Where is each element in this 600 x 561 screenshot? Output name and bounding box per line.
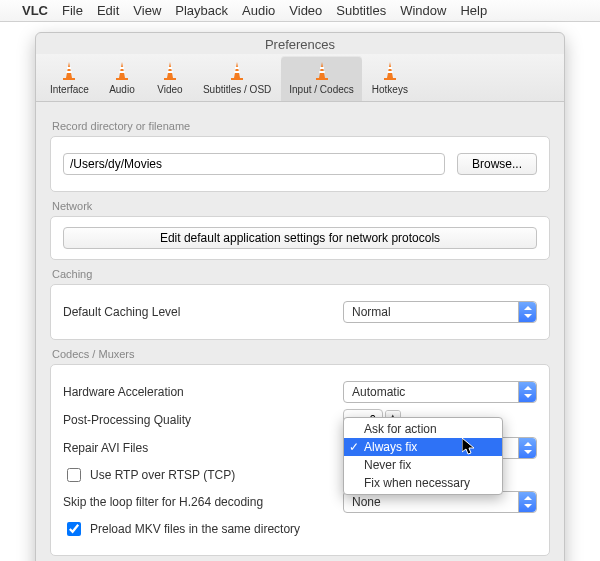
tab-label: Audio — [109, 84, 135, 95]
tab-label: Hotkeys — [372, 84, 408, 95]
svg-marker-16 — [319, 62, 325, 78]
record-panel: Browse... — [50, 136, 550, 192]
tab-audio[interactable]: Audio — [99, 56, 145, 101]
tab-label: Video — [157, 84, 182, 95]
tab-label: Interface — [50, 84, 89, 95]
svg-marker-31 — [524, 496, 532, 500]
svg-rect-1 — [67, 67, 71, 69]
vlc-cone-icon — [226, 60, 248, 82]
repair-avi-label: Repair AVI Files — [63, 441, 343, 455]
menu-video[interactable]: Video — [289, 3, 322, 18]
svg-marker-0 — [66, 62, 72, 78]
svg-rect-23 — [384, 78, 396, 80]
network-panel: Edit default application settings for ne… — [50, 216, 550, 260]
vlc-cone-icon — [311, 60, 333, 82]
group-label-record: Record directory or filename — [52, 120, 550, 132]
chevron-updown-icon — [518, 492, 536, 512]
repair-option-ask[interactable]: Ask for action — [344, 420, 502, 438]
svg-rect-13 — [235, 67, 239, 69]
svg-marker-24 — [524, 306, 532, 310]
svg-rect-5 — [120, 67, 124, 69]
ppq-label: Post-Processing Quality — [63, 413, 343, 427]
vlc-cone-icon — [58, 60, 80, 82]
svg-marker-20 — [387, 62, 393, 78]
svg-marker-27 — [524, 394, 532, 398]
group-label-codecs: Codecs / Muxers — [52, 348, 550, 360]
caching-level-value: Normal — [352, 305, 391, 319]
record-path-input[interactable] — [63, 153, 445, 175]
rtp-checkbox[interactable] — [67, 468, 81, 482]
skip-loop-label: Skip the loop filter for H.264 decoding — [63, 495, 343, 509]
hwaccel-select[interactable]: Automatic — [343, 381, 537, 403]
svg-marker-4 — [119, 62, 125, 78]
svg-marker-8 — [167, 62, 173, 78]
svg-rect-7 — [116, 78, 128, 80]
tab-subtitles-osd[interactable]: Subtitles / OSD — [195, 56, 279, 101]
window-title: Preferences — [36, 33, 564, 54]
menu-audio[interactable]: Audio — [242, 3, 275, 18]
svg-marker-26 — [524, 386, 532, 390]
preferences-toolbar: Interface Audio Video Subtitles / OSD In… — [36, 54, 564, 102]
mkv-checkbox[interactable] — [67, 522, 81, 536]
hwaccel-value: Automatic — [352, 385, 405, 399]
svg-rect-2 — [67, 71, 73, 73]
caching-panel: Default Caching Level Normal — [50, 284, 550, 340]
svg-rect-6 — [119, 71, 125, 73]
svg-rect-19 — [316, 78, 328, 80]
menu-playback[interactable]: Playback — [175, 3, 228, 18]
preferences-window: Preferences Interface Audio Video Subtit… — [35, 32, 565, 561]
svg-rect-22 — [387, 71, 393, 73]
tab-hotkeys[interactable]: Hotkeys — [364, 56, 416, 101]
menu-view[interactable]: View — [133, 3, 161, 18]
menu-subtitles[interactable]: Subtitles — [336, 3, 386, 18]
svg-rect-18 — [319, 71, 325, 73]
mkv-checkbox-row[interactable]: Preload MKV files in the same directory — [63, 519, 300, 539]
menu-window[interactable]: Window — [400, 3, 446, 18]
caching-level-label: Default Caching Level — [63, 305, 343, 319]
repair-option-always[interactable]: Always fix — [344, 438, 502, 456]
rtp-label: Use RTP over RTSP (TCP) — [90, 468, 235, 482]
svg-marker-28 — [524, 442, 532, 446]
menu-help[interactable]: Help — [460, 3, 487, 18]
svg-marker-32 — [524, 504, 532, 508]
svg-marker-29 — [524, 450, 532, 454]
chevron-updown-icon — [518, 302, 536, 322]
menu-edit[interactable]: Edit — [97, 3, 119, 18]
tab-label: Subtitles / OSD — [203, 84, 271, 95]
tab-input-codecs[interactable]: Input / Codecs — [281, 56, 361, 101]
repair-option-when-necessary[interactable]: Fix when necessary — [344, 474, 502, 492]
tab-interface[interactable]: Interface — [42, 56, 97, 101]
codecs-panel: Hardware Acceleration Automatic Post-Pro… — [50, 364, 550, 556]
tab-video[interactable]: Video — [147, 56, 193, 101]
group-label-caching: Caching — [52, 268, 550, 280]
svg-rect-21 — [388, 67, 392, 69]
vlc-cone-icon — [111, 60, 133, 82]
menu-file[interactable]: File — [62, 3, 83, 18]
caching-level-select[interactable]: Normal — [343, 301, 537, 323]
app-menu[interactable]: VLC — [22, 3, 48, 18]
browse-button[interactable]: Browse... — [457, 153, 537, 175]
svg-rect-14 — [234, 71, 240, 73]
mac-menubar: VLC File Edit View Playback Audio Video … — [0, 0, 600, 22]
vlc-cone-icon — [379, 60, 401, 82]
chevron-updown-icon — [518, 438, 536, 458]
repair-avi-dropdown: Ask for action Always fix Never fix Fix … — [343, 417, 503, 495]
skip-loop-value: None — [352, 495, 381, 509]
network-protocols-button[interactable]: Edit default application settings for ne… — [63, 227, 537, 249]
vlc-cone-icon — [159, 60, 181, 82]
group-label-network: Network — [52, 200, 550, 212]
hwaccel-label: Hardware Acceleration — [63, 385, 343, 399]
svg-rect-3 — [63, 78, 75, 80]
svg-rect-11 — [164, 78, 176, 80]
svg-marker-25 — [524, 314, 532, 318]
rtp-checkbox-row[interactable]: Use RTP over RTSP (TCP) — [63, 465, 235, 485]
svg-rect-15 — [231, 78, 243, 80]
repair-option-never[interactable]: Never fix — [344, 456, 502, 474]
svg-marker-12 — [234, 62, 240, 78]
tab-label: Input / Codecs — [289, 84, 353, 95]
chevron-updown-icon — [518, 382, 536, 402]
mkv-label: Preload MKV files in the same directory — [90, 522, 300, 536]
svg-rect-17 — [320, 67, 324, 69]
svg-rect-9 — [168, 67, 172, 69]
svg-rect-10 — [167, 71, 173, 73]
